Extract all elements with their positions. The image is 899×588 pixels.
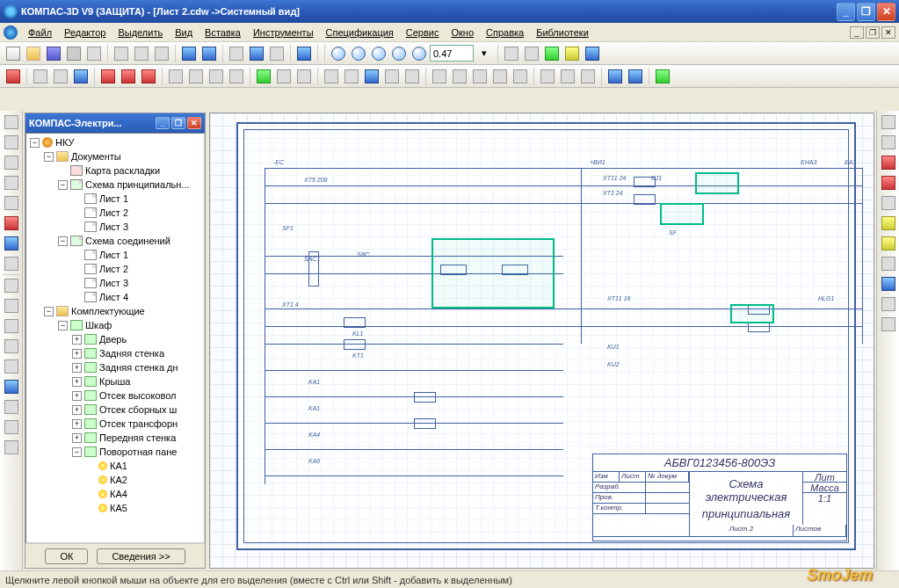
tb-e28[interactable]	[605, 67, 625, 86]
zoom-input[interactable]	[430, 45, 474, 62]
tb-e3[interactable]	[51, 67, 70, 86]
tree-ka2[interactable]: КА2	[28, 473, 202, 487]
drawing-canvas[interactable]: -EC XT5 209 SF1 SAC1 SBC XT1 4 KL1 KT1 K…	[209, 113, 874, 569]
redo-button[interactable]	[199, 44, 219, 63]
rt-10[interactable]	[879, 294, 898, 314]
lt-11[interactable]	[2, 316, 21, 336]
tree-cab-2[interactable]: +Задняя стенка дн	[28, 360, 202, 374]
refresh-button[interactable]	[542, 44, 562, 63]
tb-e24[interactable]	[511, 67, 530, 86]
zoom-out-button[interactable]	[369, 44, 388, 63]
tb-e30[interactable]	[653, 67, 672, 86]
lt-5[interactable]	[2, 193, 21, 213]
lt-13[interactable]	[2, 357, 21, 376]
preview-button[interactable]	[84, 44, 104, 63]
rt-3[interactable]	[879, 153, 898, 172]
new-button[interactable]	[4, 44, 23, 63]
tb-e13[interactable]	[274, 67, 294, 86]
tb-e22[interactable]	[470, 67, 489, 86]
zoom-dropdown[interactable]: ▾	[475, 44, 494, 63]
tb-e5[interactable]	[98, 67, 118, 86]
help-button[interactable]	[294, 44, 314, 63]
zoom-window-button[interactable]	[389, 44, 409, 63]
tb-e19[interactable]	[402, 67, 422, 86]
rt-9[interactable]	[879, 274, 898, 294]
tree-cab-8[interactable]: −Поворотная пане	[28, 445, 202, 459]
tree-cab-0[interactable]: +Дверь	[28, 332, 202, 346]
tb-e11[interactable]	[227, 67, 246, 86]
render-button[interactable]	[583, 44, 602, 63]
print-button[interactable]	[64, 44, 83, 63]
tb-e20[interactable]	[430, 67, 449, 86]
menu-help[interactable]: Справка	[481, 25, 529, 40]
panel-close[interactable]: ✕	[187, 117, 201, 129]
menu-libs[interactable]: Библиотеки	[531, 25, 594, 40]
lt-8[interactable]	[2, 254, 21, 273]
tree-schema2[interactable]: −Схема соединений	[28, 234, 202, 248]
menu-tools[interactable]: Инструменты	[248, 25, 319, 40]
cut-button[interactable]	[112, 44, 131, 63]
tb-e14[interactable]	[294, 67, 314, 86]
lt-14[interactable]	[2, 377, 21, 396]
rt-6[interactable]	[879, 214, 898, 233]
lt-4[interactable]	[2, 173, 21, 192]
pan-button[interactable]	[502, 44, 521, 63]
tree-cab-1[interactable]: +Задняя стенка	[28, 346, 202, 360]
lt-1[interactable]	[2, 113, 21, 132]
lt-16[interactable]	[2, 417, 21, 437]
menu-file[interactable]: Файл	[23, 25, 57, 40]
menu-window[interactable]: Окно	[446, 25, 479, 40]
tree-cab[interactable]: −Шкаф	[28, 318, 202, 332]
fx-button[interactable]	[247, 44, 266, 63]
zoom-fit-button[interactable]	[329, 44, 348, 63]
vars-button[interactable]	[267, 44, 286, 63]
panel-minimize[interactable]: _	[156, 117, 170, 129]
tb-e6[interactable]	[119, 67, 138, 86]
tree-cab-3[interactable]: +Крыша	[28, 374, 202, 388]
menu-insert[interactable]: Вставка	[199, 25, 246, 40]
tree-s1-l2[interactable]: Лист 2	[28, 206, 202, 220]
tb-e16[interactable]	[342, 67, 361, 86]
tb-e18[interactable]	[382, 67, 402, 86]
tb-e2[interactable]	[31, 67, 50, 86]
panel-maximize[interactable]: ❐	[171, 117, 185, 129]
tree-s1-l3[interactable]: Лист 3	[28, 220, 202, 234]
tb-e26[interactable]	[558, 67, 577, 86]
tree-comp[interactable]: −Комплектующие	[28, 304, 202, 318]
zoom-in-button[interactable]	[349, 44, 368, 63]
tb-e29[interactable]	[626, 67, 645, 86]
tb-e27[interactable]	[578, 67, 598, 86]
rt-8[interactable]	[879, 254, 898, 273]
rt-1[interactable]	[879, 113, 898, 132]
tb-e25[interactable]	[538, 67, 557, 86]
info-button[interactable]: Сведения >>	[97, 548, 185, 564]
tb-e21[interactable]	[450, 67, 469, 86]
tree-schema1[interactable]: −Схема принципиальн...	[28, 178, 202, 192]
tb-e17[interactable]	[362, 67, 381, 86]
props-button[interactable]	[227, 44, 246, 63]
lt-2[interactable]	[2, 133, 21, 152]
lt-12[interactable]	[2, 337, 21, 356]
paste-button[interactable]	[152, 44, 171, 63]
tb-e9[interactable]	[186, 67, 206, 86]
mdi-minimize[interactable]: _	[850, 26, 864, 39]
menu-service[interactable]: Сервис	[401, 25, 445, 40]
copy-button[interactable]	[132, 44, 151, 63]
maximize-button[interactable]: ❐	[857, 3, 875, 21]
tree-s1-l1[interactable]: Лист 1	[28, 192, 202, 206]
rt-11[interactable]	[879, 315, 898, 334]
close-button[interactable]: ✕	[877, 3, 895, 21]
lt-17[interactable]	[2, 438, 21, 457]
tree-cab-6[interactable]: +Отсек трансфорн	[28, 417, 202, 431]
menu-select[interactable]: Выделить	[112, 25, 168, 40]
menu-view[interactable]: Вид	[170, 25, 198, 40]
update-button[interactable]	[562, 44, 582, 63]
minimize-button[interactable]: _	[837, 3, 855, 21]
rt-2[interactable]	[879, 133, 898, 152]
tb-e23[interactable]	[490, 67, 510, 86]
save-button[interactable]	[44, 44, 63, 63]
tree-karta[interactable]: Карта раскладки	[28, 163, 202, 178]
ok-button[interactable]: ОК	[45, 548, 88, 564]
tb-e10[interactable]	[207, 67, 226, 86]
lt-15[interactable]	[2, 397, 21, 417]
